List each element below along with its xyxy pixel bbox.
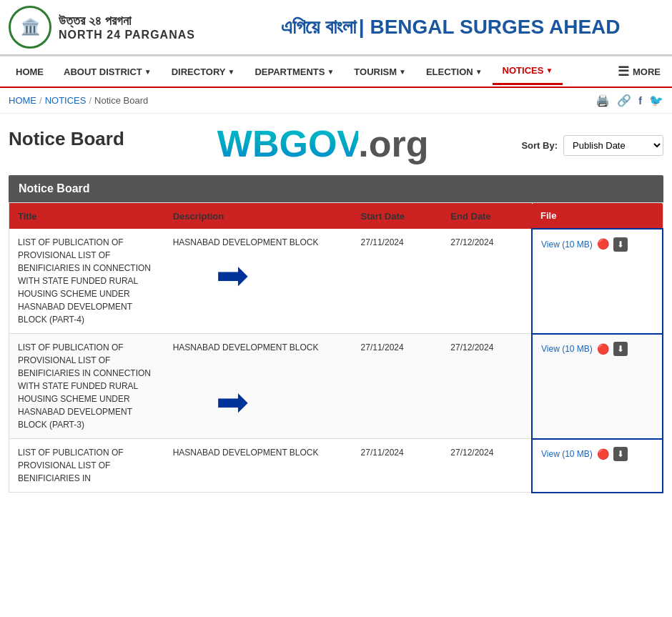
nav-tourism[interactable]: TOURISM ▼	[344, 59, 416, 84]
download-icon[interactable]: ⬇	[613, 342, 628, 356]
nav-about-district[interactable]: ABOUT DISTRICT ▼	[54, 59, 162, 84]
chevron-down-icon: ▼	[327, 68, 334, 76]
pdf-icon: 🔴	[597, 447, 609, 462]
breadcrumb-current: Notice Board	[94, 95, 148, 106]
arrow-container-row1: ➡	[173, 249, 344, 306]
breadcrumb-home-link[interactable]: HOME	[9, 95, 36, 106]
row3-start-date: 27/11/2024	[352, 439, 443, 493]
row3-title: LIST OF PUBLICATION OF PROVISIONAL LIST …	[9, 439, 164, 493]
col-start-date: Start Date	[352, 203, 443, 229]
notice-board-section-header: Notice Board	[9, 175, 663, 202]
breadcrumb-sep-1: /	[39, 95, 42, 106]
col-end-date: End Date	[442, 203, 532, 229]
row1-file-cell: View (10 MB) 🔴 ⬇	[532, 229, 663, 334]
row1-end-date: 27/12/2024	[442, 229, 532, 334]
site-header: 🏛️ উত্তর ২৪ পরগনা NORTH 24 PARGANAS এগিয…	[0, 0, 672, 56]
print-icon[interactable]: 🖨️	[596, 94, 610, 107]
twitter-icon[interactable]: 🐦	[649, 94, 663, 107]
logo-text: উত্তর ২৪ পরগনা NORTH 24 PARGANAS	[59, 14, 195, 41]
wbgov-org: .org	[358, 123, 428, 164]
breadcrumb-bar: HOME / NOTICES / Notice Board 🖨️ 🔗 f 🐦	[0, 88, 672, 114]
logo-emblem: 🏛️	[9, 6, 51, 49]
nav-notices[interactable]: NOTICES ▼	[493, 58, 563, 85]
facebook-icon[interactable]: f	[638, 95, 642, 107]
chevron-down-icon: ▼	[228, 68, 235, 76]
wbgov-text: WBGOV	[217, 123, 358, 164]
nav-departments[interactable]: DEPARTMENTS ▼	[244, 59, 344, 84]
row2-start-date: 27/11/2024	[352, 334, 443, 439]
download-icon[interactable]: ⬇	[613, 237, 628, 252]
breadcrumb-sep-2: /	[89, 95, 92, 106]
sort-by-select[interactable]: Publish Date Title Start Date End Date	[563, 135, 663, 156]
row1-title: LIST OF PUBLICATION OF PROVISIONAL LIST …	[9, 229, 164, 334]
district-name-bengali: উত্তর ২৪ পরগনা	[59, 14, 195, 29]
brand-slogan: এগিয়ে বাংলা | BENGAL SURGES AHEAD	[195, 16, 663, 39]
table-row: LIST OF PUBLICATION OF PROVISIONAL LIST …	[9, 229, 663, 334]
logo-block: 🏛️ উত্তর ২৪ পরগনা NORTH 24 PARGANAS	[9, 6, 195, 49]
row2-file-group: View (10 MB) 🔴 ⬇	[541, 342, 653, 357]
col-title: Title	[9, 203, 164, 229]
brand-bengali: এগিয়ে বাংলা	[281, 16, 356, 38]
chevron-down-icon: ▼	[399, 68, 406, 76]
nav-more-button[interactable]: ☰ MORE	[612, 56, 666, 87]
breadcrumb-notices-link[interactable]: NOTICES	[45, 95, 87, 106]
row3-file-group: View (10 MB) 🔴 ⬇	[541, 447, 653, 462]
row3-view-link[interactable]: View (10 MB)	[541, 448, 593, 460]
row2-file-cell: View (10 MB) 🔴 ⬇	[532, 334, 663, 439]
table-row: LIST OF PUBLICATION OF PROVISIONAL LIST …	[9, 439, 663, 493]
chevron-down-icon: ▼	[475, 68, 483, 76]
chevron-down-icon: ▼	[144, 68, 152, 76]
nav-directory[interactable]: DIRECTORY ▼	[162, 59, 245, 84]
download-icon[interactable]: ⬇	[613, 447, 628, 461]
table-row: LIST OF PUBLICATION OF PROVISIONAL LIST …	[9, 334, 663, 439]
row3-description: HASNABAD DEVELOPMENT BLOCK	[164, 439, 352, 493]
col-description: Description	[164, 203, 352, 229]
table-header-row: Title Description Start Date End Date Fi…	[9, 203, 663, 229]
chevron-down-icon: ▼	[545, 66, 553, 74]
district-name-english: NORTH 24 PARGANAS	[59, 29, 195, 41]
nav-home[interactable]: HOME	[6, 59, 54, 84]
main-content: Notice Board WBGOV.org Sort By: Publish …	[0, 114, 672, 500]
row1-description: HASNABAD DEVELOPMENT BLOCK ➡	[164, 229, 352, 334]
row1-view-link[interactable]: View (10 MB)	[541, 238, 593, 251]
row1-start-date: 27/11/2024	[352, 229, 443, 334]
breadcrumb: HOME / NOTICES / Notice Board	[9, 95, 148, 106]
title-row: Notice Board WBGOV.org Sort By: Publish …	[9, 121, 663, 165]
row1-file-group: View (10 MB) 🔴 ⬇	[541, 237, 653, 252]
pdf-icon: 🔴	[597, 342, 609, 357]
col-file: File	[532, 203, 663, 229]
arrow-container-row2: ➡	[173, 354, 344, 425]
brand-pipe: |	[359, 16, 370, 38]
row3-file-cell: View (10 MB) 🔴 ⬇	[532, 439, 663, 493]
row2-title: LIST OF PUBLICATION OF PROVISIONAL LIST …	[9, 334, 164, 439]
hamburger-icon: ☰	[618, 64, 629, 79]
share-icon[interactable]: 🔗	[617, 94, 631, 107]
main-navbar: HOME ABOUT DISTRICT ▼ DIRECTORY ▼ DEPART…	[0, 56, 672, 88]
page-title: Notice Board	[9, 121, 124, 150]
notice-table: Title Description Start Date End Date Fi…	[9, 202, 663, 493]
wbgov-logo: WBGOV.org	[124, 121, 522, 165]
nav-election[interactable]: ELECTION ▼	[416, 59, 493, 84]
arrow-icon-row1: ➡	[216, 256, 249, 295]
sort-by-group: Sort By: Publish Date Title Start Date E…	[521, 121, 663, 156]
arrow-icon-row2: ➡	[216, 382, 249, 422]
sort-by-label: Sort By:	[521, 140, 558, 151]
brand-english: BENGAL SURGES AHEAD	[370, 16, 620, 38]
row2-description: HASNABAD DEVELOPMENT BLOCK ➡	[164, 334, 352, 439]
pdf-icon: 🔴	[597, 237, 609, 252]
row2-view-link[interactable]: View (10 MB)	[541, 342, 593, 355]
share-icons-group: 🖨️ 🔗 f 🐦	[596, 94, 663, 107]
row2-end-date: 27/12/2024	[442, 334, 532, 439]
row3-end-date: 27/12/2024	[442, 439, 532, 493]
